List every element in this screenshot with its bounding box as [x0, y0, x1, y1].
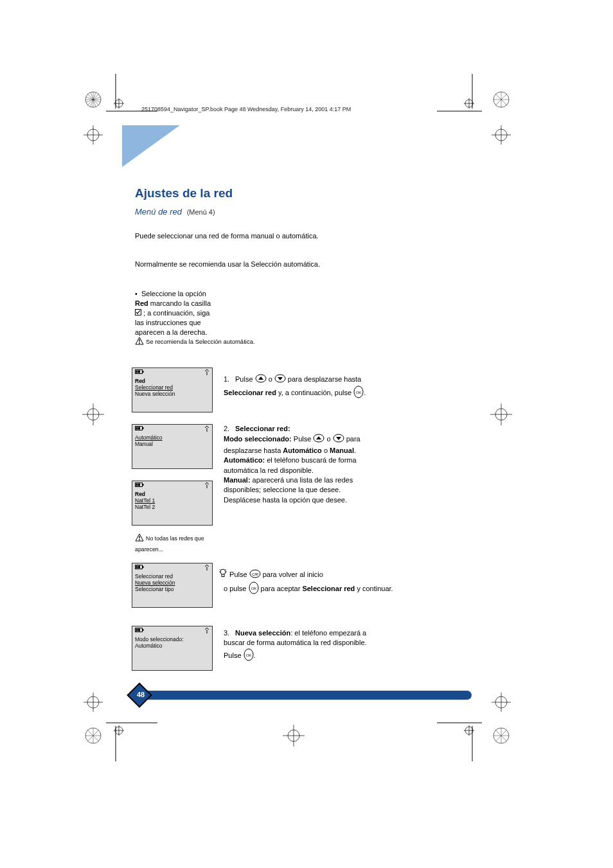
bullet-1: • Seleccione la opción Red marcando la c…: [135, 289, 459, 337]
lcd-3-line1: NatTel 1: [135, 497, 209, 504]
lcd-1-title: Red: [135, 378, 209, 384]
lcd-1: Red Seleccionar red Nueva selección: [132, 368, 213, 412]
lcd-2-line1: Automático: [135, 434, 209, 441]
down-arrow-icon: [274, 374, 286, 385]
lcd-2: Automático Manual: [132, 424, 213, 469]
lcd-3-title: Red: [135, 491, 209, 497]
signal-icon: [204, 426, 209, 433]
svg-rect-109: [143, 629, 144, 631]
lcd-4-line1: Seleccionar red: [135, 573, 209, 580]
svg-point-51: [493, 728, 509, 743]
svg-point-62: [288, 730, 299, 741]
svg-line-20: [495, 94, 507, 105]
step-2: 2.Seleccionar red: Modo seleccionado: Pu…: [224, 424, 459, 505]
signal-icon: [204, 369, 209, 376]
signal-icon: [204, 565, 209, 572]
down-arrow-icon: [333, 434, 344, 445]
ok-button-icon: OK: [249, 581, 259, 597]
footer-bar: [132, 691, 472, 700]
svg-point-35: [115, 727, 123, 734]
lightbulb-icon: [218, 569, 227, 581]
svg-text:C/R: C/R: [251, 572, 258, 576]
svg-point-48: [465, 727, 473, 734]
svg-rect-70: [136, 371, 138, 373]
svg-rect-92: [143, 566, 144, 568]
warning-1: Se recomienda la Selección automática.: [135, 337, 459, 348]
battery-icon: [135, 565, 144, 572]
register-right: [485, 398, 517, 430]
crop-mark-bottom-right: [437, 691, 527, 761]
tip-line: Pulse C/R para volver al inicio o pulse …: [224, 569, 459, 598]
warning-2-text: No todas las redes que aparecen...: [135, 535, 204, 553]
warning-1-text: Se recomienda la Selección automática.: [146, 338, 255, 345]
svg-point-90: [139, 539, 140, 540]
blue-triangle-decor: [122, 125, 180, 167]
lcd-4-line2: Nueva selección: [135, 580, 209, 586]
battery-icon: [135, 369, 144, 376]
subhead-path: (Menú 4): [187, 208, 215, 216]
battery-icon: [135, 628, 144, 635]
svg-point-96: [220, 569, 226, 574]
page: 251708594_Navigator_SP.book Page 48 Wedn…: [0, 0, 613, 868]
up-arrow-icon: [255, 374, 267, 385]
svg-line-7: [91, 93, 96, 107]
svg-point-67: [139, 342, 140, 344]
intro-1: Puede seleccionar una red de forma manua…: [135, 231, 459, 241]
svg-line-101: [226, 569, 226, 570]
svg-line-6: [86, 97, 100, 102]
svg-point-0: [85, 92, 101, 107]
svg-point-14: [87, 129, 99, 141]
warning-2: No todas las redes que aparecen...: [135, 533, 215, 554]
svg-rect-79: [136, 427, 138, 430]
svg-rect-87: [138, 484, 140, 486]
crop-mark-top-right: [437, 74, 527, 145]
intro-2: Normalmente se recomienda usar la Selecc…: [135, 260, 459, 269]
lcd-4-line3: Seleccionar tipo: [135, 586, 209, 592]
subheading: Menú de red (Menú 4): [135, 207, 215, 217]
svg-line-55: [495, 730, 507, 741]
svg-text:OK: OK: [245, 653, 251, 657]
cr-button-icon: C/R: [249, 569, 261, 581]
svg-rect-94: [138, 566, 140, 569]
svg-rect-110: [136, 629, 138, 632]
svg-point-30: [87, 696, 99, 708]
svg-text:OK: OK: [356, 391, 362, 394]
svg-text:OK: OK: [251, 587, 256, 590]
lcd-5-line2: Automático: [135, 642, 209, 649]
svg-line-3: [87, 94, 99, 105]
svg-point-17: [493, 92, 509, 107]
svg-line-21: [495, 94, 507, 105]
signal-icon: [204, 483, 209, 490]
svg-point-13: [115, 100, 123, 107]
battery-icon: [135, 483, 144, 490]
svg-rect-71: [138, 371, 140, 373]
lcd-2-line2: Manual: [135, 441, 209, 447]
lcd-1-line2: Nueva selección: [135, 391, 209, 397]
warning-icon: [135, 533, 144, 544]
page-title: Ajustes de la red: [135, 186, 233, 200]
svg-rect-93: [136, 566, 138, 569]
svg-point-27: [495, 129, 507, 141]
page-number: 48: [137, 691, 145, 698]
checkbox-icon: [135, 308, 141, 318]
svg-point-59: [495, 409, 507, 420]
svg-line-41: [87, 730, 99, 741]
svg-point-56: [87, 409, 99, 420]
svg-rect-86: [136, 484, 138, 486]
svg-rect-78: [143, 427, 144, 429]
lcd-4: Seleccionar red Nueva selección Seleccio…: [132, 563, 213, 608]
svg-rect-85: [143, 484, 144, 486]
ok-button-icon: OK: [353, 385, 364, 401]
battery-icon: [135, 426, 144, 433]
filepath-text: 251708594_Navigator_SP.book Page 48 Wedn…: [141, 106, 351, 112]
svg-line-100: [220, 569, 220, 570]
register-left: [77, 398, 109, 430]
svg-point-24: [465, 100, 473, 107]
lcd-5: Modo seleccionado: Automático: [132, 626, 213, 671]
lcd-1-line1: Seleccionar red: [135, 384, 209, 391]
svg-line-8: [86, 97, 100, 102]
lcd-3: Red NatTel 1 NatTel 2: [132, 481, 213, 526]
svg-point-38: [85, 728, 101, 743]
register-bottom: [278, 720, 310, 752]
svg-line-54: [495, 730, 507, 741]
